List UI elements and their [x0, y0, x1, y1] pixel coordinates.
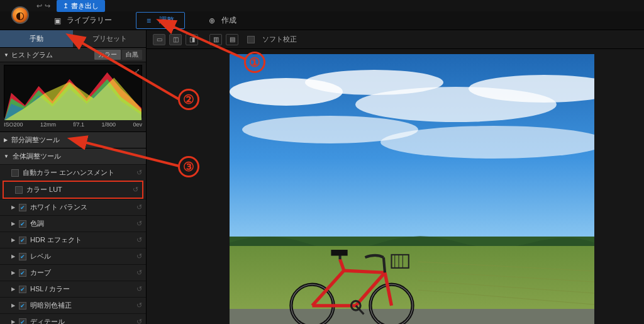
tool-label: HDR エフェクト [30, 235, 82, 245]
app-logo-icon: ◐ [11, 6, 29, 24]
section-partial[interactable]: ▶ 部分調整ツール [0, 131, 146, 148]
viewer-toolbar: ▭ ◫ ◨ ▥ ▤ ソフト校正 [147, 30, 644, 49]
checkbox[interactable] [15, 186, 23, 194]
preview-image [230, 54, 594, 325]
tool-level[interactable]: ▶ レベル ↺ [0, 248, 146, 264]
tool-white-balance[interactable]: ▶ ホワイト バランス ↺ [0, 199, 146, 215]
checkbox[interactable] [11, 169, 19, 177]
tool-detail[interactable]: ▶ ディテール ↺ [0, 313, 146, 324]
tab-manual[interactable]: 手動 [0, 30, 73, 47]
reset-icon[interactable]: ↺ [136, 252, 142, 260]
checkbox[interactable] [19, 253, 26, 260]
tool-label: 自動カラー エンハンスメント [23, 168, 114, 177]
histogram-view: ⤢ [4, 65, 142, 118]
library-icon: ▣ [54, 16, 63, 25]
tool-label: 色調 [30, 219, 44, 228]
view-mirror-icon[interactable]: ▥ [209, 34, 222, 45]
histogram-header[interactable]: ▼ ヒストグラム カラー 白黒 [0, 48, 146, 62]
annotation-3: ③ [178, 156, 199, 177]
view-flip-icon[interactable]: ▤ [226, 34, 238, 45]
tool-label: カラー LUT [26, 185, 62, 194]
chevron-right-icon: ▶ [11, 319, 15, 324]
tool-split-tone[interactable]: ▶ 明暗別色補正 ↺ [0, 297, 146, 313]
checkbox[interactable] [19, 302, 26, 310]
image-viewport[interactable] [147, 49, 644, 324]
svg-line-23 [343, 271, 384, 272]
reset-icon[interactable]: ↺ [133, 186, 138, 194]
checkbox[interactable] [19, 286, 26, 293]
checkbox[interactable] [19, 220, 26, 228]
chevron-right-icon: ▶ [11, 270, 15, 276]
softproof-label: ソフト校正 [262, 35, 297, 44]
histo-ev: 0ev [133, 121, 142, 128]
tool-label: カーブ [30, 268, 51, 277]
export-button[interactable]: ↥ 書き出し [57, 0, 105, 12]
tab-preset[interactable]: プリセット [73, 30, 146, 47]
export-label: 書き出し [71, 1, 99, 11]
section-global[interactable]: ▼ 全体調整ツール [0, 148, 146, 164]
tool-curve[interactable]: ▶ カーブ ↺ [0, 264, 146, 281]
tool-label: ホワイト バランス [30, 203, 87, 212]
chevron-right-icon: ▶ [11, 286, 15, 292]
histo-fstop: f/7.1 [73, 121, 84, 128]
chevron-right-icon: ▶ [11, 221, 15, 226]
create-icon: ⊕ [209, 16, 218, 25]
svg-line-28 [383, 257, 384, 272]
adjust-icon: ≡ [147, 16, 155, 25]
reset-icon[interactable]: ↺ [136, 318, 142, 324]
nav-create[interactable]: ⊕ 作成 [199, 13, 247, 28]
tool-hdr[interactable]: ▶ HDR エフェクト ↺ [0, 232, 146, 248]
chevron-right-icon: ▶ [11, 237, 15, 243]
checkbox[interactable] [19, 237, 26, 244]
view-compare-icon[interactable]: ◫ [169, 34, 182, 45]
nav-create-label: 作成 [221, 15, 236, 26]
tool-label: レベル [30, 252, 51, 261]
tool-label: 明暗別色補正 [30, 301, 72, 310]
chevron-right-icon: ▶ [4, 137, 8, 143]
checkbox[interactable] [19, 204, 26, 211]
reset-icon[interactable]: ↺ [136, 220, 142, 228]
section-global-label: 全体調整ツール [13, 152, 61, 161]
histogram-title: ヒストグラム [11, 50, 53, 60]
nav-library-label: ライブラリー [67, 15, 112, 26]
histo-shutter: 1/800 [101, 121, 116, 128]
softproof-checkbox[interactable] [247, 36, 255, 43]
histogram-mode-bw[interactable]: 白黒 [122, 50, 142, 60]
tool-label: ディテール [30, 317, 65, 324]
section-partial-label: 部分調整ツール [11, 135, 60, 145]
chevron-right-icon: ▶ [11, 303, 15, 308]
undo-button[interactable]: ↩ [36, 2, 42, 10]
reset-icon[interactable]: ↺ [136, 285, 142, 293]
histo-focal: 12mm [40, 121, 56, 128]
histo-iso: ISO200 [4, 121, 23, 128]
tool-tone[interactable]: ▶ 色調 ↺ [0, 215, 146, 232]
chevron-down-icon: ▼ [4, 52, 9, 58]
reset-icon[interactable]: ↺ [136, 203, 142, 211]
checkbox[interactable] [19, 318, 26, 325]
reset-icon[interactable]: ↺ [136, 169, 142, 177]
tool-auto-enhance[interactable]: 自動カラー エンハンスメント ↺ [0, 164, 146, 181]
nav-adjust-label: 調整 [159, 15, 174, 26]
annotation-2: ② [178, 89, 199, 110]
chevron-right-icon: ▶ [11, 254, 15, 259]
view-split-icon[interactable]: ◨ [186, 34, 198, 45]
chevron-right-icon: ▶ [11, 204, 15, 210]
checkbox[interactable] [19, 269, 26, 277]
adjust-sidebar: 手動 プリセット ▼ ヒストグラム カラー 白黒 ⤢ ISO200 12mm f… [0, 30, 147, 324]
nav-adjust[interactable]: ≡ 調整 [136, 12, 185, 29]
svg-rect-34 [332, 250, 347, 254]
tool-hsl[interactable]: ▶ HSL / カラー ↺ [0, 281, 146, 297]
view-single-icon[interactable]: ▭ [153, 34, 165, 45]
reset-icon[interactable]: ↺ [136, 269, 142, 277]
chevron-down-icon: ▼ [4, 154, 9, 159]
reset-icon[interactable]: ↺ [136, 236, 142, 244]
tool-color-lut[interactable]: カラー LUT ↺ [3, 181, 143, 199]
tool-label: HSL / カラー [30, 284, 70, 294]
reset-icon[interactable]: ↺ [136, 301, 142, 310]
nav-library[interactable]: ▣ ライブラリー [44, 13, 122, 28]
export-icon: ↥ [63, 2, 69, 10]
annotation-1: ① [244, 52, 265, 73]
redo-button[interactable]: ↪ [45, 2, 50, 10]
histogram-mode-color[interactable]: カラー [94, 50, 121, 60]
